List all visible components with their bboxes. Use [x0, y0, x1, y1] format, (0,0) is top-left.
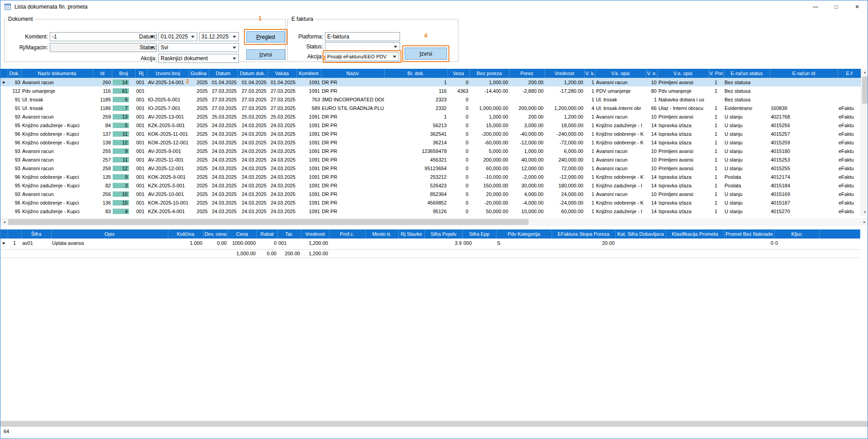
table-row[interactable]: 93Avansni racun25913001AV-2025-13-001202…	[0, 112, 861, 121]
table-row[interactable]: 93Avansni racun25711001AV-2025-11-001202…	[0, 155, 861, 164]
maximize-button[interactable]: □	[826, 0, 847, 13]
table-row[interactable]: 95Knjižno zaduženje - Kupci823001KZK-202…	[0, 181, 861, 190]
column-header[interactable]: Mesto tr.	[365, 229, 398, 239]
table-row[interactable]: 93Avansni racun2559001AV-2025-9-00120252…	[0, 147, 861, 155]
table-row[interactable]: ▶1av01Uplata avansa1.0000.001000.0000000…	[0, 239, 860, 247]
column-header[interactable]: Datum	[209, 69, 238, 78]
column-header[interactable]: Bez poreza	[469, 69, 509, 78]
scroll-up-icon[interactable]: ▲	[861, 69, 868, 76]
platforma-field[interactable]: E-faktura	[325, 32, 400, 41]
column-header[interactable]: Količina	[168, 229, 203, 239]
efaktura-akcija-select[interactable]: Posalji eFakturu/EEO PDV	[325, 52, 399, 61]
izvrsi-dokument-button[interactable]: Izvrsi	[246, 49, 285, 60]
pregled-button[interactable]: Pregled	[246, 31, 285, 43]
column-header[interactable]: Id	[93, 69, 112, 78]
table-row[interactable]: 96Knjižno odobrenje - Kupci13711001KOK-2…	[0, 129, 861, 138]
column-header[interactable]: Vrednost	[544, 69, 584, 78]
column-header[interactable]: V.e. opis	[658, 69, 708, 78]
close-button[interactable]: ✕	[847, 0, 868, 13]
documents-table[interactable]: Dok.Naziv dokumentaIdBrojRjIzvorni brojG…	[0, 69, 861, 215]
column-header[interactable]: Prof.c.	[329, 229, 365, 239]
cell: 25.03.2025	[238, 112, 267, 121]
cell: 24.03.2025	[209, 147, 238, 155]
items-table[interactable]: ŠifraOpisKoličinaDev. cenaCenaRabatTar.V…	[0, 229, 860, 258]
column-header[interactable]: Rj Stavke	[398, 229, 424, 239]
column-header[interactable]: E-f	[838, 69, 861, 78]
column-header[interactable]	[819, 229, 860, 239]
table-row[interactable]: 91Ul. trosak11867001IO-2025-7-001202527.…	[0, 104, 861, 112]
table-row[interactable]: 95Knjižno zaduženje - Kupci834001KZK-202…	[0, 207, 861, 215]
column-header[interactable]: Tar.	[277, 229, 301, 239]
column-header[interactable]: Promet Bez Naknade	[724, 229, 774, 239]
column-header[interactable]	[8, 229, 21, 239]
column-header[interactable]: Sifra Epp	[463, 229, 496, 239]
column-header[interactable]: Šifra	[21, 229, 51, 239]
column-header[interactable]: Broj	[112, 69, 135, 78]
vertical-scrollbar[interactable]: ▲ ▼	[861, 69, 868, 216]
chevron-down-icon	[191, 36, 195, 38]
scroll-down-icon[interactable]: ▼	[861, 209, 868, 216]
column-header[interactable]: Datum dok.	[238, 69, 267, 78]
akcija-select[interactable]: Rasknjizi dokument	[158, 54, 239, 63]
column-header[interactable]: Godina	[189, 69, 209, 78]
column-header[interactable]: V. k.	[584, 69, 595, 78]
column-header[interactable]: Naziv	[321, 69, 384, 78]
column-header[interactable]: Klasifikacija Prometa	[666, 229, 724, 239]
cell	[615, 239, 666, 247]
column-header[interactable]: Izvorni broj	[147, 69, 189, 78]
table-row[interactable]: 93Avansni racun25812001AV-2025-12-001202…	[0, 164, 861, 172]
cell: 1091	[296, 190, 321, 198]
horizontal-scrollbar[interactable]: ◄ ►	[0, 218, 868, 226]
column-header[interactable]: Cena	[228, 229, 257, 239]
column-header[interactable]: V. Por.	[708, 69, 724, 78]
table-row[interactable]: 93Avansni racun25610001AV-2025-10-001202…	[0, 190, 861, 198]
column-header[interactable]: Valuta	[267, 69, 296, 78]
table-row[interactable]: 91Ul. trosak11856001IO-2025-6-001202527.…	[0, 95, 861, 104]
table-row[interactable]: 96Knjižno odobrenje - Kupci13610001KOK-2…	[0, 198, 861, 207]
scrollbar-thumb[interactable]	[8, 219, 529, 225]
minimize-button[interactable]: —	[805, 0, 826, 13]
scrollbar-thumb[interactable]	[862, 76, 868, 104]
column-header[interactable]: Naziv dokumenta	[21, 69, 93, 78]
column-header[interactable]: Komitent	[296, 69, 321, 78]
bottom-scrollbar[interactable]	[0, 421, 868, 427]
table-row[interactable]: ▶93Avansni racun26014001AV-2025-14-00120…	[0, 78, 861, 86]
scroll-left-icon[interactable]: ◄	[0, 218, 8, 226]
cell: Knjižno odobrenje - K	[595, 138, 646, 147]
datum-from-select[interactable]: 01.01.2025	[158, 32, 197, 41]
column-header[interactable]: Veza	[448, 69, 469, 78]
column-header[interactable]: Sifra Popdv	[424, 229, 463, 239]
efaktura-status-select[interactable]	[325, 42, 400, 51]
column-header[interactable]: E-račun status	[724, 69, 770, 78]
column-header[interactable]	[0, 229, 8, 239]
cell: 0	[448, 129, 469, 138]
column-header[interactable]: E-račun Id	[770, 69, 838, 78]
izvrsi-efaktura-button[interactable]: Izvrsi	[405, 48, 447, 60]
column-header[interactable]: EFaktura Stopa Poreza	[552, 229, 615, 239]
table-row[interactable]: 95Knjižno zaduženje - Kupci845001KZK-202…	[0, 121, 861, 129]
cell: 24.03.2025	[209, 121, 238, 129]
column-header[interactable]: Kljuc	[774, 229, 819, 239]
column-header[interactable]: Br. dok.	[384, 69, 448, 78]
cell: 1	[584, 147, 595, 155]
status-select[interactable]: Svi	[158, 43, 239, 52]
table-row[interactable]: 96Knjižno odobrenje - Kupci1359001KOK-20…	[0, 172, 861, 181]
column-header[interactable]: Vrednost	[301, 229, 329, 239]
column-header[interactable]: Dok.	[8, 69, 21, 78]
cell	[838, 95, 861, 104]
datum-to-select[interactable]: 31.12.2025	[199, 32, 239, 41]
cell: 1	[708, 207, 724, 215]
column-header[interactable]: Dev. cena	[203, 229, 228, 239]
column-header[interactable]: Rj	[135, 69, 147, 78]
table-row[interactable]: 112Pdv umanjenje11661001202527.03.202527…	[0, 86, 861, 95]
column-header[interactable]: Porez	[509, 69, 544, 78]
column-header[interactable]: Rabat	[257, 229, 277, 239]
column-header[interactable]	[0, 69, 8, 78]
column-header[interactable]: V. e.	[646, 69, 658, 78]
column-header[interactable]: V.k. opis	[595, 69, 646, 78]
table-row[interactable]: 96Knjižno odobrenje - Kupci13812001KOK-2…	[0, 138, 861, 147]
column-header[interactable]: Pdv Kategorija	[496, 229, 552, 239]
scroll-right-icon[interactable]: ►	[861, 218, 868, 226]
column-header[interactable]: Kat. Sifra Dobavljaca	[615, 229, 666, 239]
column-header[interactable]: Opis	[51, 229, 168, 239]
